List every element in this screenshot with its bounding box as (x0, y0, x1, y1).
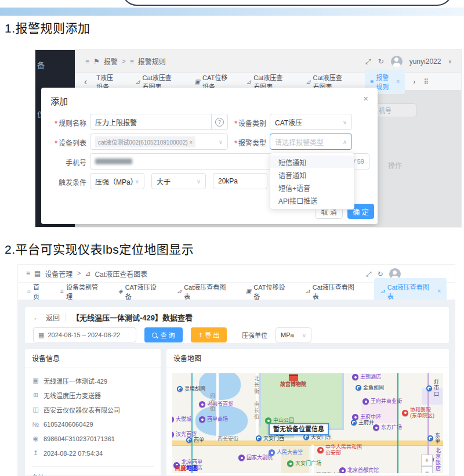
breadcrumb-device-mgmt[interactable]: 设备管理 (45, 269, 72, 279)
fullscreen-icon[interactable]: ⤢ (366, 270, 372, 278)
alarm-type-select[interactable]: 请选择报警类型 ∧ (270, 134, 352, 150)
unit-label: 压强单位 (242, 330, 267, 340)
baidu-map[interactable]: 灵境胡同 老佛爷百货 西单商场 府右街 (172, 373, 443, 473)
info-row-icon: ◫ (32, 406, 39, 413)
map-label-text: 王府井商业街 (371, 398, 402, 404)
tab-icon: ⊿ (135, 78, 140, 85)
dropdown-option[interactable]: 短信+语音 (270, 181, 354, 194)
dropdown-option[interactable]: API接口推送 (270, 194, 354, 207)
caret-up-icon: ∧ (343, 139, 347, 145)
divider (66, 313, 66, 322)
map-pin-icon (177, 386, 183, 392)
fullscreen-icon[interactable]: ⤢ (365, 57, 371, 66)
info-row-text: 无线温度压力变送器 (44, 391, 101, 400)
map-label-text: 府右街 (209, 393, 215, 412)
phone-search-input[interactable]: 机号 (375, 103, 416, 117)
note-label: 备注 (32, 466, 154, 476)
required-star: * (55, 139, 57, 147)
dropdown-option[interactable]: 语音通知 (270, 168, 354, 181)
rule-name-input[interactable]: 压力上限报警 (90, 114, 212, 130)
alarm-type-label: *报警类型 (226, 138, 266, 147)
speech-bubble-outline (122, 0, 452, 6)
tab[interactable]: ◈ CAT液压设备 (118, 282, 165, 301)
caret-down-icon: ∨ (197, 178, 201, 185)
device-list-multiselect[interactable]: cat液位测试002(61052109100002) × ∨ (90, 134, 228, 150)
tab-grid-icon[interactable]: ⠿ (423, 78, 429, 86)
tab-label: Cat液压查看图表 (387, 282, 434, 301)
back-button[interactable]: 返回 (46, 312, 60, 322)
query-button[interactable]: 查 询 (144, 327, 183, 342)
tab-icon: ≡ (60, 288, 64, 294)
tab-bar: ⌂ 首页 ≡ 设备类别管理 ◈ CAT液压设备 ⊿ Cat液压查看图表 ▣ CA… (18, 283, 455, 300)
refresh-icon[interactable]: ↻ (378, 270, 383, 278)
map-label: 北长街 (253, 376, 259, 395)
tab-label: 设备类别管理 (66, 282, 103, 301)
road-minor (311, 445, 314, 473)
map-label-text: 东方广场 (381, 424, 402, 430)
tab[interactable]: ≡ 设备类别管理 (60, 282, 107, 301)
info-row-text: 898604F3102370171361 (44, 435, 115, 442)
date-range-picker[interactable]: ▦ 2024-08-15 – 2024-08-22 (33, 327, 136, 342)
tab-close-icon[interactable]: × (396, 78, 400, 85)
unit-select[interactable]: MPa ∨ (276, 327, 311, 342)
page-title: 【无线温压一体测试-429】数据查看 (72, 312, 193, 323)
required-star: * (55, 120, 57, 128)
map-label: 金鱼胡同 (356, 385, 384, 391)
map-pin-icon (356, 385, 361, 391)
tab-scroll-right-icon[interactable]: › (413, 78, 415, 86)
tab[interactable]: ⌂ 首页 (27, 282, 49, 301)
device-map-panel: 设备地图 (166, 349, 449, 476)
tab[interactable]: ⊿ Cat液压查看图表 (305, 282, 362, 301)
map-pin-icon (186, 437, 192, 443)
tab-scroll-left-icon[interactable]: ‹ (84, 77, 87, 87)
caret-down-icon: ∨ (135, 178, 139, 185)
zoom-in-button[interactable]: + (421, 455, 433, 466)
export-button[interactable]: ↥ 导 出 (191, 327, 227, 342)
trigger-operator-select[interactable]: 大于 ∨ (151, 173, 206, 189)
tab-close-icon[interactable]: × (437, 288, 441, 294)
collapse-icon[interactable]: ≡ (26, 269, 30, 277)
rule-name-label: *规则名称 (46, 118, 86, 128)
info-row-text: 无线温压一体测试-429 (44, 376, 107, 385)
section-heading-2: 2.平台可实现仪表lbs定位地图显示 (5, 240, 194, 257)
refresh-icon[interactable]: ↻ (378, 57, 384, 66)
info-row-icon: ▣ (32, 377, 39, 384)
map-pin-icon (303, 434, 309, 440)
tab[interactable]: ⊿ Cat液压查看图表 (177, 282, 234, 301)
chart-icon: ⊿ (85, 269, 90, 277)
map-pin-icon (427, 435, 433, 441)
modal-close-icon[interactable]: × (363, 93, 368, 103)
device-tag[interactable]: cat液位测试002(61052109100002) × (95, 136, 195, 147)
tab-label: Cat液压查看图表 (313, 282, 360, 301)
tab-icon: ⊿ (305, 288, 310, 294)
back-arrow-icon[interactable]: ← (33, 313, 40, 322)
map-pin-icon (172, 431, 174, 438)
dropdown-option[interactable]: 短信通知 (270, 156, 354, 168)
breadcrumb-alarm-rule: 报警规则 (138, 56, 166, 66)
map-label: 北京首都宾馆 (339, 467, 379, 473)
map-label-text: 故宫博物院 (280, 381, 306, 387)
username[interactable]: yunyi2022 (409, 57, 441, 66)
sidebar-item[interactable]: 备 (37, 59, 45, 70)
device-category-select[interactable]: CAT液压 ∨ (270, 114, 352, 130)
tab-icon: ≡ (370, 78, 374, 85)
device-info-row: ⊞ 无线温度压力变送器 (32, 388, 154, 402)
user-caret-icon[interactable]: ∨ (448, 59, 452, 64)
map-label-text: 协和医院 (东单院区) (410, 407, 434, 419)
map-label-text: 暂无设备位置信息 (273, 425, 324, 433)
breadcrumb-alarm[interactable]: 报警 (104, 56, 118, 66)
required-star: * (234, 120, 237, 128)
collapse-icon[interactable]: ≡ (85, 57, 89, 66)
map-label: 国家大剧院 (238, 455, 273, 461)
trigger-value-input[interactable]: 20kPa (213, 173, 267, 189)
trigger-metric-select[interactable]: 压强（MPa） ∨ (90, 173, 144, 189)
toolbar-card: ← 返回 【无线温压一体测试-429】数据查看 ▦ 2024-08-15 – 2… (25, 307, 449, 343)
help-icon: ? (215, 118, 224, 127)
avatar[interactable] (391, 56, 403, 67)
map-label-text: 北长街 (253, 376, 259, 395)
tab-icon: ◈ (118, 288, 123, 294)
map-pin-icon (256, 435, 262, 441)
tab[interactable]: ▣ CAT位移设备 (246, 282, 294, 301)
zoom-out-button[interactable]: − (421, 466, 433, 473)
caret-down-icon: ∨ (343, 119, 347, 125)
